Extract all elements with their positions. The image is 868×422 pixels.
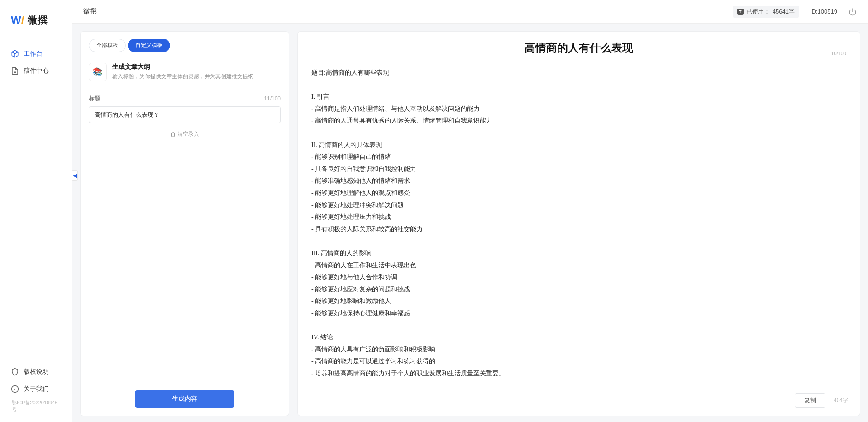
generate-button[interactable]: 生成内容 xyxy=(135,390,234,408)
template-tabs: 全部模板 自定义模板 xyxy=(81,32,289,57)
sidebar: W/ 微撰 工作台 稿件中心 版权说明 xyxy=(0,0,72,422)
header-title: 微撰 xyxy=(83,7,733,16)
icp-text: 鄂ICP备2022016946号 xyxy=(4,398,68,415)
power-icon[interactable] xyxy=(848,7,857,16)
link-about[interactable]: 关于我们 xyxy=(4,380,68,398)
sidebar-bottom: 版权说明 关于我们 鄂ICP备2022016946号 xyxy=(0,360,72,422)
template-title: 生成文章大纲 xyxy=(112,63,253,71)
title-label: 标题 xyxy=(89,95,100,103)
doc-body[interactable]: 题目:高情商的人有哪些表现 I. 引言 - 高情商是指人们处理情绪、与他人互动以… xyxy=(298,59,860,388)
title-char-count: 11/100 xyxy=(264,95,281,102)
books-icon: 📚 xyxy=(89,63,107,81)
template-card: 📚 生成文章大纲 输入标题，为你提供文章主体的灵感，并为其创建推文提纲 xyxy=(89,60,281,85)
template-desc: 输入标题，为你提供文章主体的灵感，并为其创建推文提纲 xyxy=(112,73,253,81)
input-panel: 全部模板 自定义模板 📚 生成文章大纲 输入标题，为你提供文章主体的灵感，并为其… xyxy=(81,32,289,416)
cube-icon xyxy=(11,50,19,58)
doc-title-count: 10/100 xyxy=(831,51,846,56)
usage-prefix: 已使用： xyxy=(746,8,770,16)
doc-title[interactable]: 高情商的人有什么表现 xyxy=(311,41,846,55)
user-id: ID:100519 xyxy=(810,8,837,15)
clear-input-button[interactable]: 清空录入 xyxy=(89,130,281,138)
trash-icon xyxy=(170,132,176,137)
footer-link-label: 版权说明 xyxy=(24,368,49,376)
title-form: 标题 11/100 清空录入 xyxy=(81,89,289,138)
shield-icon xyxy=(11,368,19,376)
info-icon xyxy=(11,385,19,393)
sidebar-collapse-handle[interactable]: ◀ xyxy=(72,170,78,181)
tab-custom-templates[interactable]: 自定义模板 xyxy=(128,39,170,52)
footer-link-label: 关于我们 xyxy=(24,385,49,393)
link-copyright[interactable]: 版权说明 xyxy=(4,363,68,380)
title-input[interactable] xyxy=(89,106,281,123)
sidebar-item-label: 稿件中心 xyxy=(24,67,49,75)
copy-button[interactable]: 复制 xyxy=(795,393,825,408)
logo-mark: W/ xyxy=(11,14,24,27)
tab-all-templates[interactable]: 全部模板 xyxy=(89,39,126,52)
word-count: 404字 xyxy=(834,397,848,404)
usage-badge: T 已使用：45641字 xyxy=(733,6,799,18)
doc-icon xyxy=(11,67,19,75)
sidebar-item-label: 工作台 xyxy=(24,50,43,58)
logo-text: 微撰 xyxy=(28,14,48,27)
text-icon: T xyxy=(737,9,744,15)
header: 微撰 T 已使用：45641字 ID:100519 xyxy=(72,0,868,24)
sidebar-item-workspace[interactable]: 工作台 xyxy=(4,45,68,62)
output-panel: 高情商的人有什么表现 10/100 题目:高情商的人有哪些表现 I. 引言 - … xyxy=(298,32,860,416)
logo: W/ 微撰 xyxy=(0,0,72,45)
sidebar-item-drafts[interactable]: 稿件中心 xyxy=(4,62,68,80)
chevron-left-icon: ◀ xyxy=(73,172,77,179)
clear-label: 清空录入 xyxy=(177,130,199,138)
sidebar-nav: 工作台 稿件中心 xyxy=(0,45,72,360)
usage-value: 45641字 xyxy=(773,8,795,16)
